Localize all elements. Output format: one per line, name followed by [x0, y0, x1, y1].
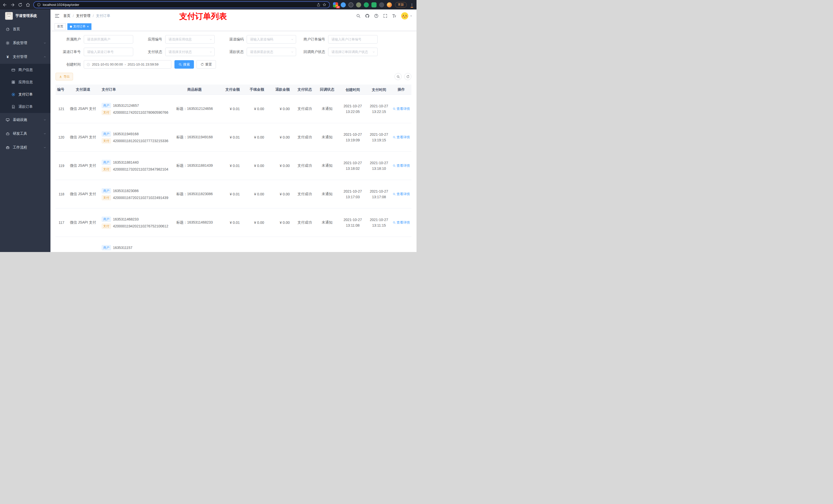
view-detail-link[interactable]: 查看详情 — [393, 220, 410, 225]
toggle-search-button[interactable] — [395, 73, 402, 80]
target-icon — [11, 93, 15, 97]
update-button[interactable]: 更新 — [395, 2, 407, 8]
briefcase-icon — [6, 145, 10, 149]
cell-notify-status: 未通知 — [315, 106, 339, 111]
sidebar-item-home[interactable]: 首页 — [0, 22, 50, 36]
sidebar-item-workflow[interactable]: 工作流程 — [0, 141, 50, 154]
fullscreen-icon[interactable] — [383, 14, 387, 18]
date-range-input[interactable]: 2021-10-01 00:00:00 - 2021-10-31 23:59:5… — [84, 60, 171, 69]
user-avatar[interactable] — [401, 12, 412, 20]
browser-menu-icon[interactable] — [410, 2, 414, 8]
pay-status-select[interactable] — [165, 48, 215, 56]
search-icon — [393, 193, 396, 196]
cell-pay-status: 支付成功 — [294, 163, 315, 168]
sidebar-item-merchant-info[interactable]: 商户信息 — [0, 64, 50, 76]
sidebar-item-devtools[interactable]: 研发工具 — [0, 127, 50, 141]
caret-down-icon — [410, 15, 412, 17]
filter-label-merchant: 所属商户 — [55, 37, 84, 42]
sidebar-item-infrastructure[interactable]: 基础设施 — [0, 113, 50, 127]
extension-icon-4[interactable] — [356, 2, 361, 7]
channel-code-select[interactable] — [247, 35, 296, 44]
sidebar-item-payment[interactable]: ¥ 支付管理 — [0, 50, 50, 64]
browser-back-icon[interactable] — [3, 3, 7, 7]
export-button[interactable]: 导出 — [55, 73, 73, 80]
extension-icon-7[interactable] — [379, 2, 384, 7]
cell-pay-status: 支付成功 — [294, 135, 315, 140]
notify-status-select[interactable] — [328, 48, 378, 56]
refresh-icon — [200, 63, 204, 66]
url-bar[interactable]: localhost:1024/pay/order — [33, 1, 330, 8]
close-icon[interactable]: × — [87, 25, 89, 28]
extensions-area: 10 — [333, 2, 392, 7]
channel-order-no-input[interactable] — [84, 48, 133, 56]
app-select[interactable] — [165, 35, 215, 44]
cell-order: 商户1635311157 支付 — [99, 243, 172, 252]
search-icon[interactable] — [356, 14, 361, 18]
filter-label-create-time: 创建时间 — [55, 62, 84, 67]
breadcrumb-home[interactable]: 首页 — [63, 14, 70, 18]
font-size-icon[interactable] — [392, 14, 397, 18]
extension-icon-3[interactable] — [348, 2, 354, 7]
profile-avatar[interactable] — [387, 2, 392, 7]
view-detail-link[interactable]: 查看详情 — [393, 135, 410, 140]
cell-pay-time: 2021-10-2713:17:08 — [367, 189, 391, 200]
cell-pay-amount: ¥ 0.01 — [217, 220, 244, 224]
browser-forward-icon[interactable] — [10, 3, 15, 7]
search-button[interactable]: 搜索 — [174, 60, 194, 69]
merchant-order-no-input[interactable] — [328, 35, 378, 44]
url-text: localhost:1024/pay/order — [43, 3, 79, 7]
breadcrumb-current: 支付订单 — [96, 14, 111, 18]
sidebar-item-app-info[interactable]: 应用信息 — [0, 76, 50, 88]
toolbox-icon — [6, 131, 10, 136]
sidebar-item-refund-order[interactable]: 退款订单 — [0, 101, 50, 113]
document-icon — [11, 105, 15, 109]
sidebar-item-pay-order[interactable]: 支付订单 — [0, 88, 50, 101]
merchant-input[interactable] — [84, 35, 133, 44]
extension-icon-2[interactable] — [341, 2, 346, 7]
view-detail-link[interactable]: 查看详情 — [393, 163, 410, 168]
cell-refund: ¥ 0.00 — [268, 135, 294, 139]
sidebar-toggle-icon[interactable] — [54, 13, 60, 19]
col-header-pay-time: 支付时间 — [367, 87, 391, 93]
browser-home-icon[interactable] — [26, 3, 30, 7]
view-detail-link[interactable]: 查看详情 — [393, 192, 410, 196]
extension-icon-6[interactable] — [372, 2, 377, 7]
cell-fee: ¥ 0.00 — [244, 107, 268, 111]
refresh-table-button[interactable] — [404, 73, 411, 80]
tags-bar: 首页 支付订单 × — [50, 22, 416, 31]
download-icon — [59, 75, 62, 78]
cell-pay-amount: ¥ 0.01 — [217, 192, 244, 196]
bookmark-star-icon[interactable] — [323, 3, 326, 7]
cell-pay-status: 支付成功 — [294, 220, 315, 225]
filter-label-app: 应用编号 — [137, 37, 165, 42]
cell-pay-amount: ¥ 0.01 — [217, 164, 244, 168]
pay-tag: 支付 — [102, 167, 111, 172]
reset-button[interactable]: 重置 — [196, 60, 216, 69]
cell-action: 查看详情 — [391, 163, 411, 168]
cell-id: 120 — [55, 135, 67, 139]
logo[interactable]: 芋道管理系统 — [0, 9, 50, 22]
breadcrumb-pay-mgmt[interactable]: 支付管理 — [76, 14, 90, 18]
tab-home[interactable]: 首页 — [54, 23, 66, 30]
cell-pay-time: 2021-10-2713:19:15 — [367, 131, 391, 143]
cell-pay-status: 支付成功 — [294, 106, 315, 111]
extension-icon-1[interactable]: 10 — [333, 2, 338, 7]
merchant-tag: 商户 — [102, 131, 111, 137]
site-info-icon[interactable] — [37, 3, 41, 7]
help-icon[interactable] — [374, 14, 379, 18]
payment-submenu: 商户信息 应用信息 支付订单 退款订单 — [0, 64, 50, 113]
sidebar-item-system[interactable]: 系统管理 — [0, 36, 50, 50]
view-detail-link[interactable]: 查看详情 — [393, 106, 410, 111]
cell-title: 标题：1635311881439 — [172, 163, 217, 168]
github-icon[interactable] — [365, 14, 370, 18]
tab-pay-order[interactable]: 支付订单 × — [67, 23, 91, 30]
extension-icon-5[interactable] — [364, 2, 369, 7]
date-start: 2021-10-01 00:00:00 — [92, 63, 123, 66]
browser-reload-icon[interactable] — [18, 3, 23, 7]
search-icon — [397, 75, 400, 78]
refund-status-select[interactable] — [247, 48, 296, 56]
date-end: 2021-10-31 23:59:59 — [127, 63, 159, 66]
filter-label-merchant-order-no: 商户订单编号 — [300, 37, 328, 42]
share-icon[interactable] — [317, 3, 320, 7]
search-icon — [393, 136, 396, 139]
